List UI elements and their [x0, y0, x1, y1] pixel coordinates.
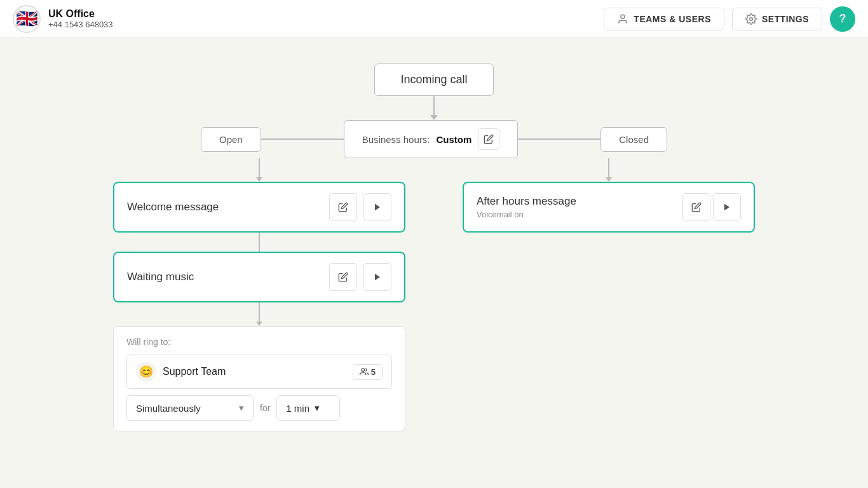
settings-label: SETTINGS	[762, 14, 809, 24]
open-label: Open	[201, 127, 261, 152]
svg-point-1	[750, 17, 753, 20]
chevron-duration-icon: ▾	[315, 402, 320, 414]
right-arrow-connector	[606, 158, 612, 182]
chevron-down-icon: ▾	[239, 402, 244, 414]
office-name: UK Office	[48, 8, 113, 20]
ring-mode-dropdown[interactable]: Simultaneously ▾	[126, 395, 254, 421]
users-icon	[360, 367, 369, 376]
duration-dropdown[interactable]: 1 min ▾	[276, 395, 340, 421]
play-icon-3	[722, 203, 731, 212]
waiting-music-card: Waiting music	[113, 252, 405, 302]
header-actions: TEAMS & USERS SETTINGS ?	[604, 6, 855, 32]
edit-icon	[338, 202, 348, 212]
ring-mode-value: Simultaneously	[136, 403, 201, 414]
svg-point-0	[621, 15, 625, 18]
after-hours-edit-button[interactable]	[682, 193, 710, 221]
flow-diagram: Incoming call Open Business hours: Custo…	[13, 51, 855, 431]
left-branch: Welcome message	[85, 158, 434, 431]
avatar-letter: ?	[839, 12, 846, 25]
header: 🇬🇧 UK Office +44 1543 648033 TEAMS & USE…	[0, 0, 868, 38]
simultaneously-row: Simultaneously ▾ for 1 min ▾	[126, 395, 392, 421]
bottom-branches: Welcome message	[85, 158, 783, 431]
user-avatar[interactable]: ?	[830, 6, 855, 32]
edit-business-hours-button[interactable]	[478, 128, 499, 150]
after-hours-play-button[interactable]	[713, 193, 741, 221]
connector-1	[430, 96, 438, 120]
person-icon	[617, 13, 628, 25]
welcome-message-edit-button[interactable]	[329, 193, 357, 221]
ring-to-label: Will ring to:	[126, 337, 392, 347]
business-hours-box: Business hours: Custom	[344, 120, 519, 158]
team-count: 5	[371, 367, 376, 377]
bh-value: Custom	[436, 134, 471, 145]
team-count-badge: 5	[353, 364, 383, 380]
left-arrow-connector	[256, 158, 262, 182]
waiting-music-title: Waiting music	[127, 271, 323, 283]
after-hours-subtitle: Voicemail on	[477, 210, 682, 219]
welcome-message-title: Welcome message	[127, 201, 323, 214]
team-emoji: 😊	[136, 362, 156, 382]
play-icon-2	[373, 273, 382, 281]
waiting-music-play-button[interactable]	[363, 263, 391, 291]
svg-point-4	[362, 369, 365, 372]
after-hours-card: After hours message Voicemail on	[463, 182, 755, 233]
play-icon	[373, 203, 382, 212]
right-branch: After hours message Voicemail on	[434, 158, 783, 431]
ring-connector	[256, 302, 262, 326]
incoming-call-label: Incoming call	[400, 73, 467, 86]
h-connector-left	[261, 139, 344, 140]
bh-label: Business hours:	[362, 134, 430, 145]
teams-users-label: TEAMS & USERS	[634, 14, 711, 24]
welcome-message-play-button[interactable]	[363, 193, 391, 221]
arrow-1	[430, 115, 438, 120]
office-phone: +44 1543 648033	[48, 20, 113, 29]
business-hours-row: Open Business hours: Custom	[148, 120, 720, 158]
header-title: UK Office +44 1543 648033	[48, 8, 113, 29]
flag-icon: 🇬🇧	[13, 5, 41, 33]
team-name: Support Team	[163, 366, 346, 377]
gear-icon	[745, 13, 757, 25]
closed-label: Closed	[600, 127, 667, 152]
svg-marker-2	[375, 204, 380, 211]
duration-value: 1 min	[286, 403, 309, 414]
for-label: for	[260, 403, 270, 413]
pencil-icon	[484, 134, 494, 144]
h-connector-right	[518, 139, 600, 140]
waiting-music-edit-button[interactable]	[329, 263, 357, 291]
team-row[interactable]: 😊 Support Team 5	[126, 355, 392, 389]
v-line-1	[433, 96, 435, 115]
main-content: Incoming call Open Business hours: Custo…	[0, 38, 868, 488]
edit-icon-3	[691, 202, 702, 212]
top-section: Incoming call Open Business hours: Custo…	[13, 51, 855, 158]
incoming-call-box: Incoming call	[374, 64, 493, 96]
svg-marker-3	[375, 274, 380, 281]
teams-users-button[interactable]: TEAMS & USERS	[604, 8, 724, 30]
after-hours-actions	[682, 193, 741, 221]
edit-icon-2	[338, 272, 348, 282]
mid-left-connector	[259, 233, 260, 252]
settings-button[interactable]: SETTINGS	[732, 8, 822, 30]
header-logo: 🇬🇧 UK Office +44 1543 648033	[13, 5, 113, 33]
svg-marker-5	[724, 204, 729, 211]
ring-card: Will ring to: 😊 Support Team 5	[113, 326, 405, 431]
after-hours-title: After hours message	[477, 195, 682, 208]
welcome-message-card: Welcome message	[113, 182, 405, 233]
